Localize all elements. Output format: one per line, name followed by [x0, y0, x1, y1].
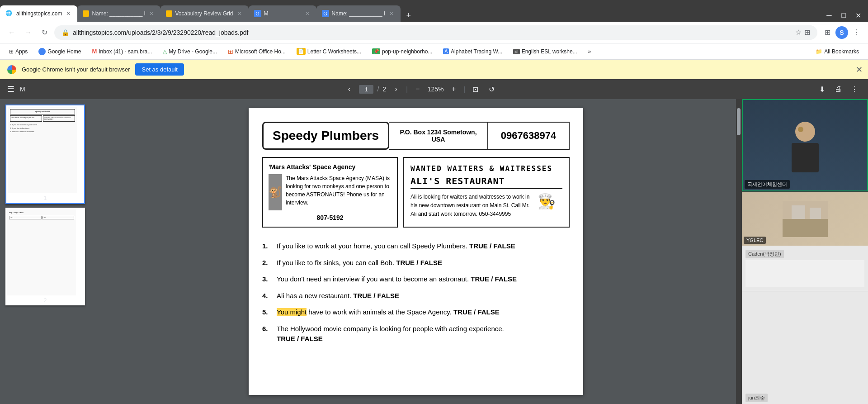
- masa-inner: 🐒 The Mars Attacks Space Agency (MASA) i…: [269, 174, 392, 210]
- notification-close-button[interactable]: ✕: [856, 65, 863, 75]
- main-video-background: 국제언어체험센터: [743, 100, 867, 190]
- jun-label-text: jun최준: [748, 395, 765, 400]
- main-video-person: [743, 100, 867, 190]
- more-options-button[interactable]: ⋮: [850, 26, 863, 39]
- pdf-print-button[interactable]: 🖨: [832, 83, 844, 95]
- tab-4[interactable]: G M ✕: [249, 5, 316, 22]
- close-button[interactable]: ✕: [852, 9, 864, 22]
- address-bar-area: ← → ↻ 🔒 allthingstopics.com/uploads/2/3/…: [0, 22, 868, 43]
- questions-section: 1. If you like to work at your home, you…: [262, 237, 570, 355]
- tab-title-5: Name: ___________ l: [332, 10, 385, 17]
- pdf-content[interactable]: Speedy Plumbers P.O. Box 1234 Sometown, …: [90, 99, 741, 404]
- main-video-label: 국제언어체험센터: [745, 180, 790, 189]
- ali-inner: Ali is looking for waiters and waitresse…: [410, 193, 562, 219]
- restore-button[interactable]: □: [837, 9, 850, 22]
- pdf-sidebar: Speedy Plumbers 'Mars Attacks' Space Age…: [0, 99, 90, 404]
- caden-section: Caden(박정민): [742, 246, 868, 291]
- bookmark-alphabet-label: Alphabet Tracing W...: [451, 48, 502, 55]
- pdf-title: M: [20, 86, 25, 93]
- scrollbar-thumb[interactable]: [737, 108, 741, 135]
- pdf-zoom-out-button[interactable]: −: [411, 83, 424, 95]
- q3-text: You don't need an interview if you want …: [277, 274, 570, 285]
- bookmark-google-home[interactable]: Google Home: [35, 47, 85, 56]
- bookmark-letter-c[interactable]: 📄 Letter C Worksheets...: [293, 47, 365, 56]
- address-icons: ☆ ⊞: [795, 28, 810, 37]
- pdf-zoom-in-button[interactable]: +: [448, 83, 460, 95]
- pdf-menu-button[interactable]: ☰: [7, 84, 14, 94]
- pdf-zoom-level: 125%: [428, 86, 444, 93]
- drive-icon: △: [163, 48, 167, 55]
- bookmarks-more-button[interactable]: »: [585, 48, 595, 56]
- q5-body-after: have to work with animals at the Space A…: [308, 308, 452, 316]
- forward-button[interactable]: →: [22, 26, 34, 39]
- popup-icon: 📌: [372, 48, 380, 54]
- ali-name: ALI'S RESTAURANT: [410, 176, 562, 189]
- address-input[interactable]: 🔒 allthingstopics.com/uploads/2/3/2/9/23…: [54, 25, 817, 40]
- tab-favicon-3: [166, 10, 172, 17]
- bookmark-inbox[interactable]: M Inbox (41) - sam.bra...: [88, 47, 156, 56]
- pdf-more-button[interactable]: ⋮: [848, 83, 861, 95]
- bookmark-office[interactable]: ⊞ Microsoft Office Ho...: [224, 47, 289, 56]
- bookmark-google-home-label: Google Home: [47, 48, 81, 55]
- pdf-divider-2: |: [464, 86, 466, 93]
- right-panel: 국제언어체험센터 YGLEC: [741, 99, 868, 404]
- pdf-next-page-button[interactable]: ›: [390, 83, 402, 95]
- tab-close-1[interactable]: ✕: [65, 10, 72, 17]
- minimize-button[interactable]: ─: [823, 9, 835, 22]
- tab-close-2[interactable]: ✕: [148, 10, 155, 17]
- q6-tf: TRUE / FALSE: [277, 335, 323, 342]
- apps-icon: ⊞: [9, 48, 14, 55]
- pdf-fit-button[interactable]: ⊡: [469, 83, 481, 95]
- pdf-page-input[interactable]: [359, 85, 373, 94]
- tab-close-5[interactable]: ✕: [388, 10, 395, 17]
- q6-text: The Hollywood movie company is looking f…: [277, 324, 570, 344]
- bookmark-esl[interactable]: isl English ESL workshe...: [509, 48, 580, 56]
- bookmark-star-icon[interactable]: ☆: [795, 28, 802, 37]
- bookmark-alphabet[interactable]: A Alphabet Tracing W...: [439, 48, 506, 56]
- tab-close-3[interactable]: ✕: [236, 10, 243, 17]
- bookmark-apps[interactable]: ⊞ Apps: [5, 48, 31, 56]
- yglec-label-text: YGLEC: [746, 238, 763, 243]
- tab-close-4[interactable]: ✕: [304, 10, 311, 17]
- phone-text: 0967638974: [501, 130, 556, 142]
- q5-highlight: You might: [277, 308, 307, 316]
- pdf-page: Speedy Plumbers P.O. Box 1234 Sometown, …: [249, 108, 583, 395]
- tab-5[interactable]: G Name: ___________ l ✕: [316, 5, 401, 22]
- svg-point-0: [795, 122, 815, 142]
- masa-phone: 807-5192: [269, 214, 392, 221]
- pdf-rotate-button[interactable]: ↺: [485, 83, 498, 95]
- tab-3[interactable]: Vocabulary Review Grid ✕: [160, 5, 248, 22]
- pdf-thumbnail-1[interactable]: Speedy Plumbers 'Mars Attacks' Space Age…: [5, 105, 85, 204]
- room-image: [783, 201, 828, 237]
- pdf-thumbnail-2[interactable]: Big Things Table Col 1 Col 2 2: [5, 208, 85, 305]
- q4-tf: TRUE / FALSE: [353, 292, 399, 299]
- set-as-default-button[interactable]: Set as default: [135, 63, 184, 76]
- reload-button[interactable]: ↻: [38, 26, 51, 39]
- thumbnail-page-num-2: 2: [7, 297, 83, 304]
- q1-num: 1.: [262, 241, 273, 252]
- pdf-prev-page-button[interactable]: ‹: [343, 83, 355, 95]
- address-box: P.O. Box 1234 Sometown, USA: [389, 122, 488, 150]
- pdf-scrollbar[interactable]: [736, 99, 741, 404]
- tab-2[interactable]: Name: ___________ l ✕: [77, 5, 160, 22]
- extension-icon[interactable]: ⊞: [804, 28, 810, 37]
- ali-wanted-header: WANTED WAITERS & WAITRESSES: [410, 164, 562, 173]
- main-area: Speedy Plumbers 'Mars Attacks' Space Age…: [0, 99, 868, 404]
- tab-active[interactable]: 🌐 allthingstopics.com ✕: [0, 5, 77, 22]
- bookmark-popup[interactable]: 📌 pop-up-neighborho...: [368, 48, 436, 56]
- esl-icon: isl: [513, 49, 520, 54]
- pdf-divider-1: |: [406, 86, 408, 93]
- bookmark-drive[interactable]: △ My Drive - Google...: [159, 48, 221, 56]
- pdf-download-button[interactable]: ⬇: [816, 83, 828, 95]
- q1-tf: TRUE / FALSE: [469, 242, 515, 250]
- q1-body: If you like to work at your home, you ca…: [277, 242, 467, 250]
- new-tab-button[interactable]: +: [402, 9, 415, 22]
- yglec-label: YGLEC: [744, 237, 766, 244]
- back-button[interactable]: ←: [5, 26, 18, 39]
- tab-favicon-2: [83, 10, 89, 17]
- extensions-button[interactable]: ⊞: [821, 26, 834, 39]
- profile-avatar[interactable]: S: [835, 26, 848, 39]
- all-bookmarks[interactable]: 📁 All Bookmarks: [812, 48, 863, 56]
- bookmark-popup-label: pop-up-neighborho...: [382, 48, 432, 55]
- bookmarks-more-icon: »: [588, 48, 591, 55]
